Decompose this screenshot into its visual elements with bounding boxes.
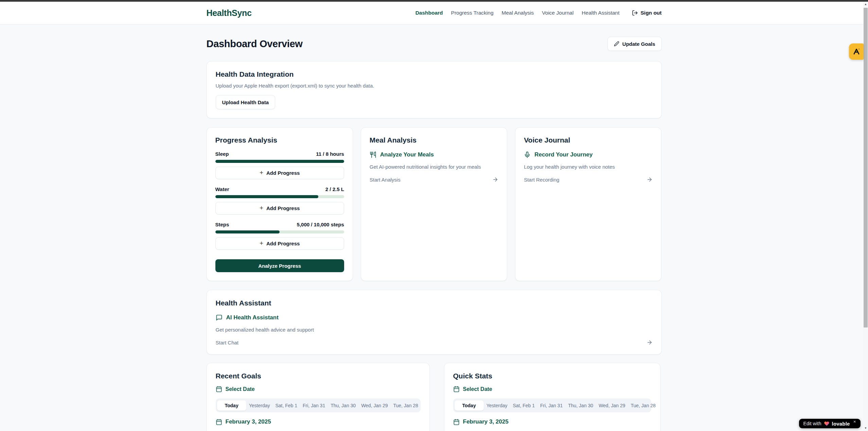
metric-label: Sleep [215,151,229,157]
edit-with-lovable-badge[interactable]: Edit with lovable ✕ [799,419,861,428]
scrollbar-thumb[interactable] [864,8,868,327]
main-nav: Dashboard Progress Tracking Meal Analysi… [415,10,662,16]
tab-today[interactable]: Today [217,400,246,411]
nav-voice-journal[interactable]: Voice Journal [542,10,573,16]
tab-fri-jan-31[interactable]: Fri, Jan 31 [300,400,328,411]
tab-today[interactable]: Today [455,400,484,411]
arrow-right-icon [492,176,498,183]
add-progress-sleep-button[interactable]: + Add Progress [215,167,344,179]
voice-journal-description: Log your health journey with voice notes [524,164,653,170]
tab-tue-jan-28[interactable]: Tue, Jan 28 [628,400,658,411]
utensils-icon [370,151,376,158]
nav-progress-tracking[interactable]: Progress Tracking [451,10,494,16]
analyze-your-meals-link[interactable]: Analyze Your Meals [370,151,498,158]
date-tabs: Today Yesterday Sat, Feb 1 Fri, Jan 31 T… [216,398,421,412]
start-chat-row[interactable]: Start Chat [216,339,653,345]
scroll-up-icon[interactable]: ▲ [863,2,868,7]
select-date-link[interactable]: Select Date [216,386,421,392]
sign-out-button[interactable]: Sign out [632,10,662,16]
tab-wed-jan-29[interactable]: Wed, Jan 29 [596,400,628,411]
plus-icon: + [260,169,263,176]
integration-description: Upload your Apple Health export (export.… [216,83,653,89]
ai-health-assistant-link[interactable]: AI Health Assistant [216,314,653,321]
metric-label: Steps [215,222,229,227]
tab-sat-feb-1[interactable]: Sat, Feb 1 [272,400,300,411]
metric-label: Water [215,186,229,192]
metric-value: 11 / 8 hours [316,151,344,157]
recent-goals-card: Recent Goals Select Date Today Yesterday… [207,363,430,431]
health-assistant-card: Health Assistant AI Health Assistant Get… [207,290,662,355]
metric-sleep: Sleep 11 / 8 hours + Add Progress [215,151,344,179]
quick-stats-card: Quick Stats Select Date Today Yesterday … [444,363,660,431]
tab-wed-jan-29[interactable]: Wed, Jan 29 [358,400,390,411]
tab-thu-jan-30[interactable]: Thu, Jan 30 [565,400,596,411]
progress-analysis-title: Progress Analysis [215,136,344,144]
tab-yesterday[interactable]: Yesterday [246,400,273,411]
steps-progress-bar [215,230,344,233]
microphone-icon [524,151,531,158]
plus-icon: + [260,205,263,211]
tab-sat-feb-1[interactable]: Sat, Feb 1 [510,400,537,411]
health-assistant-title: Health Assistant [216,299,653,307]
chat-bubble-icon [216,314,223,321]
record-your-journey-link[interactable]: Record Your Journey [524,151,653,158]
logout-icon [632,10,638,16]
lovable-fab-button[interactable] [849,43,864,60]
tab-thu-jan-30[interactable]: Thu, Jan 30 [328,400,358,411]
progress-analysis-card: Progress Analysis Sleep 11 / 8 hours + A… [207,127,353,281]
integration-title: Health Data Integration [216,70,653,78]
nav-dashboard[interactable]: Dashboard [415,10,443,16]
update-goals-button[interactable]: Update Goals [607,37,662,51]
analyze-progress-button[interactable]: Analyze Progress [215,259,344,272]
quick-stats-title: Quick Stats [453,372,651,380]
close-icon[interactable]: ✕ [853,420,856,424]
metric-steps: Steps 5,000 / 10,000 steps + Add Progres… [215,222,344,250]
app-header: HealthSync Dashboard Progress Tracking M… [0,2,868,24]
plus-icon: + [260,240,263,246]
heart-icon [824,421,830,426]
lovable-logo-icon [852,48,861,56]
voice-journal-card: Voice Journal Record Your Journey Log yo… [515,127,661,281]
calendar-icon [216,386,222,392]
add-progress-water-button[interactable]: + Add Progress [215,202,344,214]
voice-journal-title: Voice Journal [524,136,653,144]
tab-yesterday[interactable]: Yesterday [484,400,510,411]
calendar-icon [453,386,460,392]
tab-tue-jan-28[interactable]: Tue, Jan 28 [390,400,421,411]
metric-value: 2 / 2.5 L [325,186,344,192]
scroll-down-icon[interactable]: ▼ [863,426,868,431]
calendar-icon [216,419,222,425]
metric-water: Water 2 / 2.5 L + Add Progress [215,186,344,214]
app-logo: HealthSync [207,8,252,18]
calendar-icon [453,419,460,425]
water-progress-bar [215,195,344,198]
page-scrollbar[interactable]: ▲ ▼ [863,2,868,431]
metric-value: 5,000 / 10,000 steps [297,222,344,227]
date-tabs: Today Yesterday Sat, Feb 1 Fri, Jan 31 T… [453,398,651,412]
selected-date[interactable]: February 3, 2025 [216,418,421,425]
recent-goals-title: Recent Goals [216,372,421,380]
add-progress-steps-button[interactable]: + Add Progress [215,237,344,250]
meal-analysis-description: Get AI-powered nutritional insights for … [370,164,498,170]
start-recording-row[interactable]: Start Recording [524,176,653,183]
nav-meal-analysis[interactable]: Meal Analysis [502,10,534,16]
upload-health-data-button[interactable]: Upload Health Data [216,95,276,109]
nav-health-assistant[interactable]: Health Assistant [582,10,619,16]
arrow-right-icon [646,339,653,345]
start-analysis-row[interactable]: Start Analysis [370,176,498,183]
meal-analysis-title: Meal Analysis [370,136,498,144]
pencil-icon [614,41,619,46]
health-assistant-description: Get personalized health advice and suppo… [216,327,653,333]
health-data-integration-card: Health Data Integration Upload your Appl… [207,61,662,118]
page-title: Dashboard Overview [207,38,303,50]
meal-analysis-card: Meal Analysis Analyze Your Meals Get AI-… [361,127,507,281]
selected-date[interactable]: February 3, 2025 [453,418,651,425]
arrow-right-icon [646,176,653,183]
sleep-progress-bar [215,160,344,163]
tab-fri-jan-31[interactable]: Fri, Jan 31 [537,400,565,411]
select-date-link[interactable]: Select Date [453,386,651,392]
